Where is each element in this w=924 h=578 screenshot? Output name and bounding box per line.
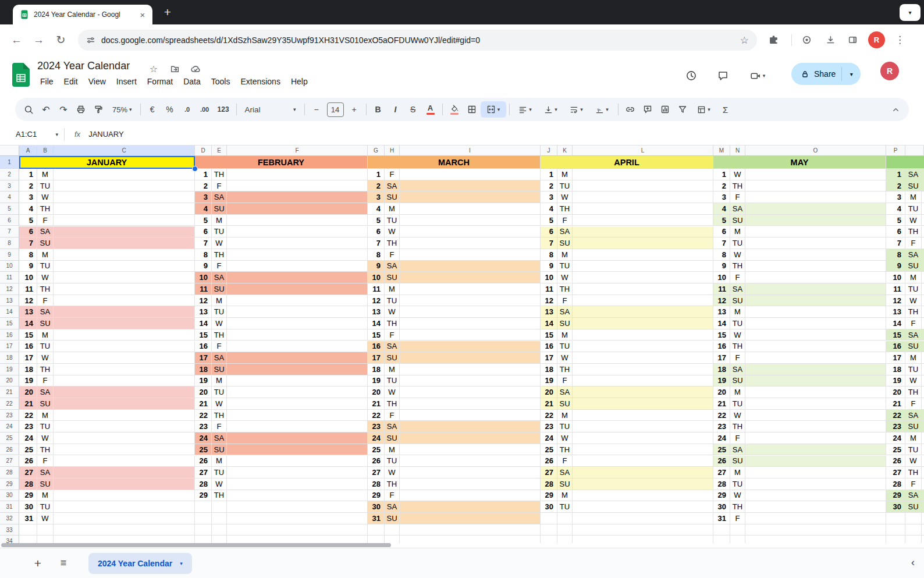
- cell[interactable]: SU: [212, 364, 227, 375]
- cell[interactable]: [385, 536, 400, 543]
- cell[interactable]: 22: [19, 410, 37, 421]
- cell[interactable]: W: [212, 237, 227, 249]
- cell[interactable]: 1: [195, 169, 212, 180]
- cell[interactable]: [573, 536, 713, 543]
- cell[interactable]: 21: [713, 398, 730, 410]
- cell[interactable]: 16: [541, 341, 557, 353]
- cell[interactable]: 5: [368, 215, 385, 226]
- cell[interactable]: SA: [212, 352, 227, 364]
- cell[interactable]: [922, 444, 924, 456]
- cell[interactable]: SU: [905, 501, 922, 513]
- cell[interactable]: 13: [713, 306, 730, 318]
- cell[interactable]: [745, 444, 886, 456]
- cell[interactable]: [573, 513, 713, 524]
- cell[interactable]: [400, 501, 541, 513]
- column-header-G[interactable]: G: [368, 146, 385, 156]
- cell[interactable]: 10: [541, 272, 557, 283]
- cell[interactable]: [54, 306, 195, 318]
- cell[interactable]: 24: [541, 432, 557, 444]
- cell[interactable]: [922, 352, 924, 364]
- cell[interactable]: F: [212, 180, 227, 192]
- cell[interactable]: TH: [730, 421, 745, 432]
- cell[interactable]: [227, 444, 368, 456]
- cell[interactable]: M: [557, 169, 573, 180]
- cell[interactable]: F: [730, 513, 745, 524]
- row-header-30[interactable]: 30: [0, 490, 19, 502]
- formula-input[interactable]: JANUARY: [88, 130, 123, 139]
- cell[interactable]: 28: [886, 478, 905, 490]
- row-header-19[interactable]: 19: [0, 364, 19, 375]
- cell[interactable]: 18: [541, 364, 557, 375]
- cell[interactable]: 2: [195, 180, 212, 192]
- cell[interactable]: 10: [195, 272, 212, 283]
- cell[interactable]: [745, 513, 886, 524]
- tab-close-icon[interactable]: ×: [137, 9, 148, 20]
- cell[interactable]: [400, 192, 541, 203]
- cell[interactable]: [922, 513, 924, 524]
- cell[interactable]: TH: [37, 203, 54, 215]
- cell[interactable]: SA: [730, 283, 745, 295]
- show-side-panel-icon[interactable]: ‹: [911, 556, 915, 569]
- row-header-26[interactable]: 26: [0, 444, 19, 456]
- cell[interactable]: [54, 329, 195, 341]
- cell[interactable]: SU: [212, 203, 227, 215]
- cell[interactable]: 2: [541, 180, 557, 192]
- cell[interactable]: TU: [212, 467, 227, 478]
- cell[interactable]: [54, 467, 195, 478]
- cell[interactable]: 25: [368, 444, 385, 456]
- row-header-15[interactable]: 15: [0, 318, 19, 329]
- cell[interactable]: SU: [385, 192, 400, 203]
- cell[interactable]: SA: [212, 192, 227, 203]
- cell[interactable]: 24: [19, 432, 37, 444]
- cell[interactable]: [573, 169, 713, 180]
- cell[interactable]: TH: [385, 237, 400, 249]
- cell[interactable]: [54, 180, 195, 192]
- cell[interactable]: F: [385, 329, 400, 341]
- cell[interactable]: W: [37, 513, 54, 524]
- cell[interactable]: TU: [905, 203, 922, 215]
- cell[interactable]: [212, 524, 227, 536]
- cell[interactable]: SA: [212, 272, 227, 283]
- cell[interactable]: [54, 386, 195, 398]
- cell[interactable]: W: [557, 352, 573, 364]
- cell[interactable]: TH: [905, 226, 922, 238]
- cell[interactable]: M: [557, 329, 573, 341]
- cell[interactable]: F: [557, 295, 573, 307]
- cell[interactable]: SU: [730, 215, 745, 226]
- cell[interactable]: 20: [713, 386, 730, 398]
- cell[interactable]: M: [905, 352, 922, 364]
- cell[interactable]: [745, 226, 886, 238]
- pinned-extension-icon[interactable]: [797, 30, 816, 49]
- cell[interactable]: [745, 192, 886, 203]
- spreadsheet-grid[interactable]: ABCDEFGHIJKLMNOP123456789101112131415161…: [0, 146, 924, 543]
- cell[interactable]: [54, 283, 195, 295]
- cell[interactable]: [227, 490, 368, 502]
- cell[interactable]: F: [37, 295, 54, 307]
- cell[interactable]: [368, 536, 385, 543]
- cell[interactable]: M: [385, 444, 400, 456]
- menu-tools[interactable]: Tools: [206, 75, 236, 88]
- cell[interactable]: 9: [19, 261, 37, 272]
- cell[interactable]: 29: [19, 490, 37, 502]
- browser-tab[interactable]: 2024 Year Calendar - Googl ×: [13, 5, 152, 24]
- cell[interactable]: [922, 180, 924, 192]
- cell[interactable]: [212, 501, 227, 513]
- cell[interactable]: 4: [886, 203, 905, 215]
- cell[interactable]: [745, 352, 886, 364]
- cell[interactable]: W: [730, 249, 745, 261]
- cell[interactable]: M: [730, 306, 745, 318]
- cloud-status-icon[interactable]: [189, 62, 202, 75]
- cell[interactable]: [573, 444, 713, 456]
- cell[interactable]: [195, 536, 212, 543]
- cell[interactable]: 8: [886, 249, 905, 261]
- cell[interactable]: SA: [557, 386, 573, 398]
- cell[interactable]: W: [37, 352, 54, 364]
- cell[interactable]: [400, 203, 541, 215]
- cell[interactable]: 26: [541, 456, 557, 467]
- cell[interactable]: 3: [886, 192, 905, 203]
- cell[interactable]: [195, 524, 212, 536]
- cell[interactable]: [227, 524, 368, 536]
- cell[interactable]: 22: [368, 410, 385, 421]
- row-header-12[interactable]: 12: [0, 283, 19, 295]
- cell[interactable]: 30: [886, 501, 905, 513]
